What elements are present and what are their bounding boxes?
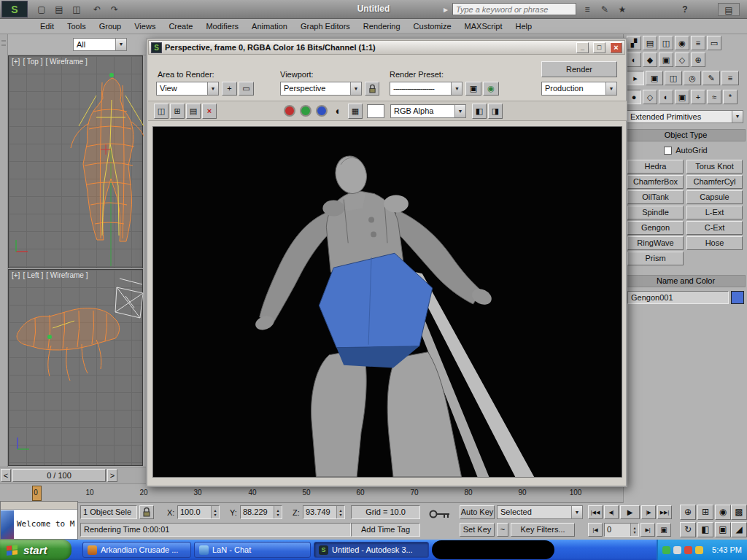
- task-3dsmax[interactable]: S Untitled - Autodesk 3...: [314, 542, 429, 558]
- category-spacewarps-icon[interactable]: ≈: [707, 90, 721, 104]
- category-lights-icon[interactable]: ◐: [659, 90, 673, 104]
- set-key-mode-button[interactable]: [429, 509, 455, 521]
- align-tool-icon[interactable]: ▤: [643, 36, 657, 50]
- zoom-tool-button[interactable]: ⊕: [680, 505, 696, 520]
- menu-tools[interactable]: Tools: [61, 19, 93, 34]
- tab-utilities[interactable]: ≡: [721, 71, 739, 85]
- dropdown-arrow-icon[interactable]: ▼: [571, 506, 582, 518]
- rendered-frame-icon[interactable]: ◆: [643, 52, 657, 67]
- category-helpers-icon[interactable]: +: [691, 90, 705, 104]
- red-channel-button[interactable]: [284, 105, 295, 117]
- auto-region-button[interactable]: +: [222, 82, 237, 96]
- object-type-button-cext[interactable]: C-Ext: [686, 221, 743, 235]
- object-type-button-torusknot[interactable]: Torus Knot: [686, 160, 743, 174]
- object-name-field[interactable]: Gengon001: [627, 291, 729, 304]
- render-setup-icon[interactable]: ◐: [627, 52, 641, 67]
- menu-graph-editors[interactable]: Graph Editors: [294, 19, 357, 34]
- new-file-icon[interactable]: ▢: [34, 3, 50, 16]
- object-type-button-capsule[interactable]: Capsule: [686, 190, 743, 204]
- maximize-button[interactable]: □: [593, 42, 605, 53]
- spinner-down-icon[interactable]: ▾: [339, 513, 341, 517]
- dropdown-arrow-icon[interactable]: ▼: [451, 82, 462, 95]
- render-button[interactable]: Render: [541, 61, 617, 77]
- auto-key-button[interactable]: Auto Key: [460, 505, 495, 519]
- help-icon[interactable]: ?: [677, 3, 693, 16]
- primitive-category-dropdown[interactable]: Extended Primitives ▼: [627, 110, 743, 123]
- keyword-search-input[interactable]: [452, 3, 576, 15]
- render-preset-dropdown[interactable]: --------------------- ▼: [390, 82, 462, 96]
- x-coordinate-field[interactable]: 100.0 ▴▾: [177, 505, 220, 519]
- dropdown-arrow-icon[interactable]: ▼: [207, 82, 218, 95]
- previous-key-button[interactable]: |◀: [588, 523, 603, 537]
- tray-icon-yellow[interactable]: [695, 546, 703, 554]
- viewport-left-menu[interactable]: [+]: [12, 271, 20, 279]
- selection-lock-button[interactable]: [139, 505, 154, 519]
- dropdown-arrow-icon[interactable]: ▼: [350, 82, 361, 95]
- menu-customize[interactable]: Customize: [407, 19, 458, 34]
- autogrid-checkbox[interactable]: [664, 147, 672, 155]
- dropdown-arrow-icon[interactable]: ▼: [115, 39, 126, 50]
- current-frame-field[interactable]: 0 ▴▾: [604, 523, 639, 537]
- object-type-button-lext[interactable]: L-Ext: [686, 206, 743, 219]
- minimize-button[interactable]: _: [576, 42, 589, 53]
- object-type-button-prism[interactable]: Prism: [627, 252, 684, 265]
- channel-display-dropdown[interactable]: RGB Alpha ▼: [390, 104, 466, 118]
- time-slider[interactable]: 0 / 100: [12, 469, 106, 482]
- lock-viewport-button[interactable]: [365, 82, 379, 96]
- zoom-all-button[interactable]: ⊞: [697, 505, 713, 520]
- time-slider-next-button[interactable]: >: [107, 469, 117, 482]
- category-geometry-icon[interactable]: ●: [627, 90, 641, 104]
- tray-icon-red[interactable]: [684, 546, 692, 554]
- viewport-top-shading[interactable]: [ Wireframe ]: [45, 58, 87, 66]
- object-type-button-chamferbox[interactable]: ChamferBox: [627, 175, 684, 189]
- object-type-rollout-header[interactable]: Object Type: [626, 129, 746, 141]
- dropdown-arrow-icon[interactable]: ▼: [454, 105, 465, 117]
- render-production-icon[interactable]: ◇: [675, 52, 689, 67]
- z-spinner[interactable]: ▴▾: [336, 506, 344, 518]
- monochrome-channel-icon[interactable]: ◐: [332, 104, 345, 117]
- go-to-end-button[interactable]: ▶▶|: [657, 505, 672, 519]
- save-image-icon[interactable]: ◫: [154, 104, 169, 119]
- rendered-image[interactable]: [152, 126, 622, 478]
- clear-image-icon[interactable]: ×: [202, 104, 217, 119]
- print-image-icon[interactable]: ▤: [186, 104, 201, 119]
- orbit-button[interactable]: ▣: [715, 522, 731, 537]
- object-type-button-hedra[interactable]: Hedra: [627, 160, 684, 174]
- default-tangent-button[interactable]: ~: [497, 523, 508, 537]
- key-mode-toggle-button[interactable]: ▣: [657, 523, 671, 537]
- menu-animation[interactable]: Animation: [245, 19, 294, 34]
- menu-maxscript[interactable]: MAXScript: [458, 19, 509, 34]
- time-slider-prev-button[interactable]: <: [1, 469, 11, 482]
- object-color-swatch[interactable]: [731, 291, 744, 304]
- render-mode-dropdown[interactable]: Production ▼: [541, 82, 617, 96]
- render-iterative-icon[interactable]: ⊕: [691, 52, 705, 67]
- object-type-button-hose[interactable]: Hose: [686, 236, 743, 250]
- clone-window-icon[interactable]: ⊞: [170, 104, 185, 119]
- quick-render-icon[interactable]: ▣: [659, 52, 673, 67]
- green-channel-button[interactable]: [300, 105, 311, 117]
- tab-motion[interactable]: ◎: [684, 71, 701, 85]
- object-type-button-gengon[interactable]: Gengon: [627, 221, 684, 235]
- viewport-dropdown[interactable]: Perspective ▼: [280, 82, 362, 96]
- tab-display[interactable]: ✎: [703, 71, 720, 85]
- x-spinner[interactable]: ▴▾: [211, 506, 219, 518]
- render-window-titlebar[interactable]: S Perspective, frame 0, RGBA Color 16 Bi…: [148, 40, 625, 55]
- category-systems-icon[interactable]: *: [723, 90, 738, 104]
- start-button[interactable]: start: [0, 540, 71, 560]
- viewport-top[interactable]: [+] [ Top ] [ Wireframe ]: [8, 55, 143, 268]
- redo-icon[interactable]: ↷: [107, 3, 123, 16]
- layer-a-icon[interactable]: ◧: [472, 104, 487, 119]
- go-to-start-button[interactable]: |◀◀: [588, 505, 603, 519]
- y-coordinate-field[interactable]: 88.229 ▴▾: [240, 505, 282, 519]
- object-type-button-chamfercyl[interactable]: ChamferCyl: [686, 175, 743, 189]
- viewport-top-name[interactable]: [ Top ]: [23, 58, 42, 66]
- annotate-icon[interactable]: ✎: [597, 3, 613, 16]
- dropdown-arrow-icon[interactable]: ▼: [605, 82, 616, 95]
- environment-button[interactable]: ◉: [483, 82, 499, 96]
- search-list-icon[interactable]: ≡: [579, 3, 595, 16]
- edit-region-button[interactable]: ▭: [239, 82, 254, 96]
- next-frame-button[interactable]: |▶: [641, 505, 656, 519]
- alpha-channel-icon[interactable]: ▦: [348, 104, 363, 119]
- z-coordinate-field[interactable]: 93.749 ▴▾: [303, 505, 345, 519]
- task-lan-chat[interactable]: LaN - Chat: [194, 542, 311, 558]
